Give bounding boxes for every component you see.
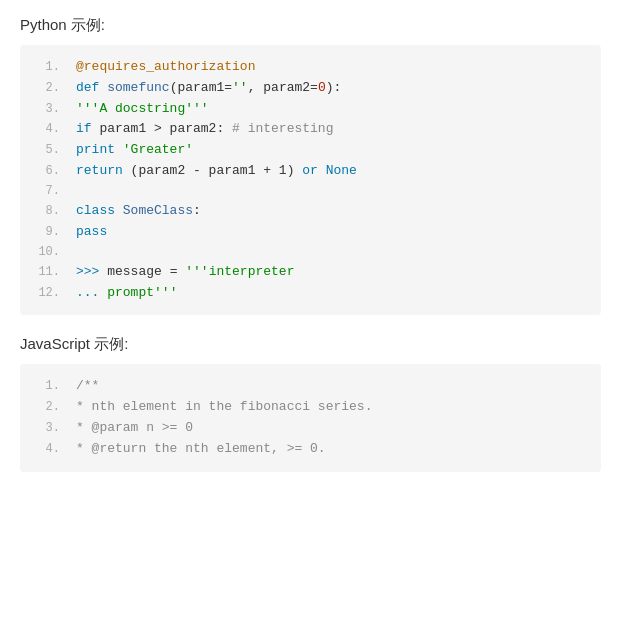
token-plain: ):: [326, 80, 342, 95]
javascript-code-block: 1./**2. * nth element in the fibonacci s…: [20, 364, 601, 471]
token-keyword: return: [76, 163, 131, 178]
code-line: 3. * @param n >= 0: [20, 418, 601, 439]
line-content: '''A docstring''': [76, 99, 589, 120]
token-prompt: ...: [76, 285, 107, 300]
line-number: 12.: [32, 284, 60, 303]
line-number: 1.: [32, 58, 60, 77]
token-keyword: pass: [76, 224, 107, 239]
line-number: 6.: [32, 162, 60, 181]
code-line: 12.... prompt''': [20, 283, 601, 304]
line-content: * nth element in the fibonacci series.: [76, 397, 589, 418]
line-content: @requires_authorization: [76, 57, 589, 78]
code-line: 4. if param1 > param2: # interesting: [20, 119, 601, 140]
line-content: return (param2 - param1 + 1) or None: [76, 161, 589, 182]
token-js-comment: /**: [76, 378, 99, 393]
token-none-kw: None: [326, 163, 357, 178]
line-number: 3.: [32, 419, 60, 438]
code-line: 10.: [20, 243, 601, 262]
line-number: 7.: [32, 182, 60, 201]
line-number: 5.: [32, 141, 60, 160]
line-number: 2.: [32, 398, 60, 417]
line-content: print 'Greater': [76, 140, 589, 161]
code-line: 9. pass: [20, 222, 601, 243]
token-comment: # interesting: [232, 121, 333, 136]
line-content: class SomeClass:: [76, 201, 589, 222]
line-content: * @param n >= 0: [76, 418, 589, 439]
line-number: 4.: [32, 120, 60, 139]
line-number: 3.: [32, 100, 60, 119]
code-line: 4. * @return the nth element, >= 0.: [20, 439, 601, 460]
token-string: '''A docstring''': [76, 101, 209, 116]
token-keyword: def: [76, 80, 107, 95]
token-js-comment: * @return the nth element, >= 0.: [76, 441, 326, 456]
token-string: prompt''': [107, 285, 177, 300]
code-line: 8.class SomeClass:: [20, 201, 601, 222]
token-keyword: class: [76, 203, 123, 218]
code-line: 2.def somefunc(param1='', param2=0):: [20, 78, 601, 99]
token-plain: , param2=: [248, 80, 318, 95]
token-number: 0: [318, 80, 326, 95]
code-line: 1./**: [20, 376, 601, 397]
code-line: 5. print 'Greater': [20, 140, 601, 161]
line-content: /**: [76, 376, 589, 397]
line-content: ... prompt''': [76, 283, 589, 304]
token-decorator: @requires_authorization: [76, 59, 255, 74]
token-plain: :: [193, 203, 201, 218]
line-number: 11.: [32, 263, 60, 282]
code-line: 2. * nth element in the fibonacci series…: [20, 397, 601, 418]
line-content: def somefunc(param1='', param2=0):: [76, 78, 589, 99]
token-func-name: SomeClass: [123, 203, 193, 218]
token-keyword: print: [76, 142, 123, 157]
token-keyword: if: [76, 121, 99, 136]
token-string: 'Greater': [123, 142, 193, 157]
code-line: 6. return (param2 - param1 + 1) or None: [20, 161, 601, 182]
line-number: 4.: [32, 440, 60, 459]
token-plain: (param1=: [170, 80, 232, 95]
token-js-comment: * nth element in the fibonacci series.: [76, 399, 372, 414]
token-string: '''interpreter: [185, 264, 294, 279]
line-number: 9.: [32, 223, 60, 242]
token-string: '': [232, 80, 248, 95]
line-number: 8.: [32, 202, 60, 221]
line-number: 10.: [32, 243, 60, 262]
line-number: 1.: [32, 377, 60, 396]
token-func-name: somefunc: [107, 80, 169, 95]
token-prompt: >>>: [76, 264, 107, 279]
line-content: pass: [76, 222, 589, 243]
code-line: 11.>>> message = '''interpreter: [20, 262, 601, 283]
line-content: >>> message = '''interpreter: [76, 262, 589, 283]
token-plain: message =: [107, 264, 185, 279]
python-code-block: 1.@requires_authorization2.def somefunc(…: [20, 45, 601, 315]
line-number: 2.: [32, 79, 60, 98]
code-line: 1.@requires_authorization: [20, 57, 601, 78]
line-content: if param1 > param2: # interesting: [76, 119, 589, 140]
token-plain: param1 > param2:: [99, 121, 232, 136]
token-js-comment: * @param n >= 0: [76, 420, 193, 435]
code-line: 7.: [20, 182, 601, 201]
token-plain: (param2 - param1 + 1): [131, 163, 303, 178]
token-keyword: or: [302, 163, 325, 178]
code-line: 3. '''A docstring''': [20, 99, 601, 120]
python-section-title: Python 示例:: [20, 16, 601, 35]
line-content: * @return the nth element, >= 0.: [76, 439, 589, 460]
javascript-section-title: JavaScript 示例:: [20, 335, 601, 354]
